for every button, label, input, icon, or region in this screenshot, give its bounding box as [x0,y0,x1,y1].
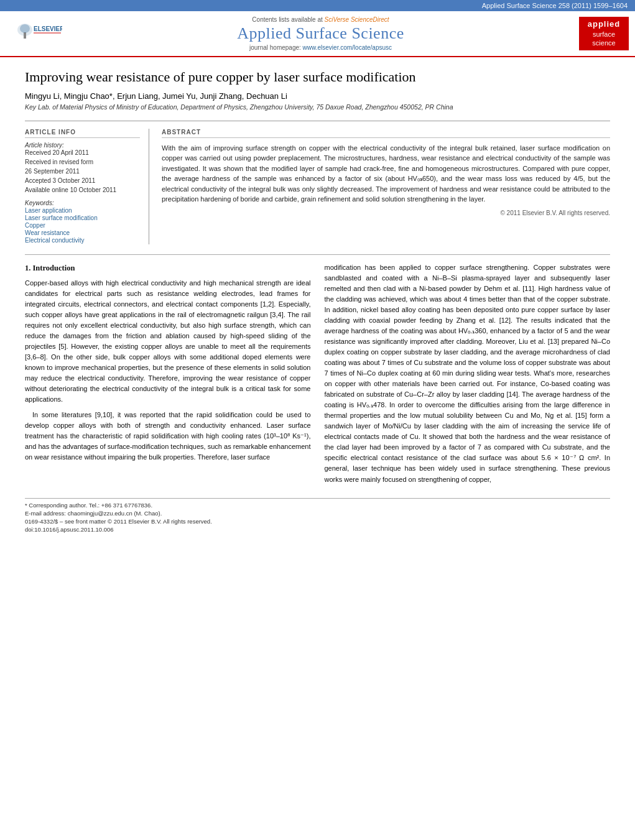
accepted-date: Accepted 3 October 2011 [25,177,140,184]
sciverse-link[interactable]: SciVerse ScienceDirect [325,16,389,23]
article-info: ARTICLE INFO Article history: Received 2… [25,129,149,244]
svg-text:ELSEVIER: ELSEVIER [34,25,62,32]
article-affiliation: Key Lab. of Material Physics of Ministry… [25,103,610,111]
journal-citation: Applied Surface Science 258 (2011) 1599–… [482,2,628,9]
revised-label: Received in revised form [25,159,140,165]
body-col-right: modification has been applied to copper … [325,262,611,489]
top-bar: Applied Surface Science 258 (2011) 1599–… [0,0,635,11]
article-title: Improving wear resistance of pure copper… [25,68,610,86]
copyright-line: © 2011 Elsevier B.V. All rights reserved… [162,210,610,216]
col1-paragraphs: Copper-based alloys with high electrical… [25,278,311,463]
homepage-link[interactable]: www.elsevier.com/locate/apsusc [303,44,392,51]
received-date: Received 20 April 2011 [25,149,140,156]
footnote-issn: 0169-4332/$ – see front matter © 2011 El… [25,518,610,525]
abstract-section: ABSTRACT With the aim of improving surfa… [162,129,610,244]
journal-homepage: journal homepage: www.elsevier.com/locat… [68,44,573,51]
sciverse-line: Contents lists available at SciVerse Sci… [68,16,573,23]
abstract-text: With the aim of improving surface streng… [162,143,610,205]
section-divider [25,254,610,255]
body-columns: 1. Introduction Copper-based alloys with… [25,262,610,489]
journal-header: ELSEVIER Contents lists available at Sci… [0,11,635,57]
keywords-label: Keywords: [25,200,140,206]
keyword-item[interactable]: Laser surface modification [25,215,140,221]
keyword-item[interactable]: Wear resistance [25,229,140,236]
keywords-list: Laser applicationLaser surface modificat… [25,207,140,244]
body-paragraph: Copper-based alloys with high electrical… [25,278,311,405]
footnote-doi: doi:10.1016/j.apsusc.2011.10.006 [25,526,610,533]
body-col-left: 1. Introduction Copper-based alloys with… [25,262,311,489]
footnote-corresponding: * Corresponding author. Tel.: +86 371 67… [25,502,610,509]
journal-title: Applied Surface Science [68,24,573,43]
page: Applied Surface Science 258 (2011) 1599–… [0,0,635,840]
sciverse-text: Contents lists available at [252,16,324,23]
elsevier-logo: ELSEVIER [6,19,62,49]
footnote-email: E-mail address: chaomingju@zzu.edu.cn (M… [25,510,610,517]
keywords-section: Keywords: Laser applicationLaser surface… [25,200,140,244]
journal-logo-box: applied surface science [579,17,629,50]
history-label: Article history: [25,142,140,149]
article-info-title: ARTICLE INFO [25,129,140,138]
journal-center: Contents lists available at SciVerse Sci… [68,16,573,51]
col2-paragraphs: modification has been applied to copper … [325,262,611,485]
svg-point-3 [20,24,30,33]
footnote-section: * Corresponding author. Tel.: +86 371 67… [25,498,610,533]
info-abstract-container: ARTICLE INFO Article history: Received 2… [25,121,610,244]
svg-rect-2 [24,32,26,39]
body-paragraph: modification has been applied to copper … [325,262,611,485]
keyword-item[interactable]: Laser application [25,207,140,214]
keyword-item[interactable]: Copper [25,222,140,229]
keyword-item[interactable]: Electrical conductivity [25,237,140,244]
article-authors: Mingyu Li, Mingju Chao*, Erjun Liang, Ju… [25,91,610,101]
body-paragraph: In some literatures [9,10], it was repor… [25,410,311,463]
section1-heading: 1. Introduction [25,262,311,274]
article-content: Improving wear resistance of pure copper… [0,57,635,545]
revised-date: 26 September 2011 [25,168,140,175]
abstract-title: ABSTRACT [162,129,610,138]
available-date: Available online 10 October 2011 [25,187,140,193]
journal-logo: applied surface science [579,17,629,50]
